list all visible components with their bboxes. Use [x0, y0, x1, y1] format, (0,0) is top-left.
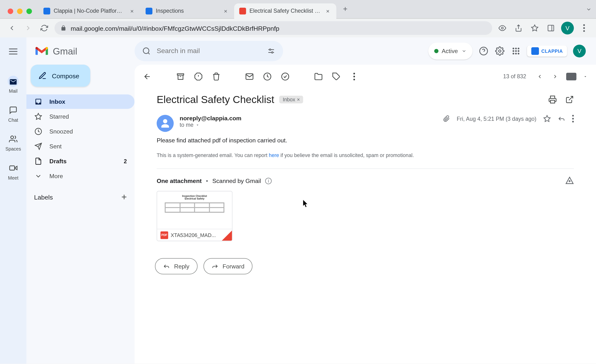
- mark-unread-button[interactable]: [245, 72, 253, 80]
- bookmark-star-icon[interactable]: [529, 22, 541, 34]
- browser-tab-active[interactable]: Electrical Safety Checklist - ve ×: [234, 3, 336, 18]
- sender-avatar[interactable]: [157, 115, 174, 132]
- email-subject: Electrical Safety Checklist: [157, 94, 274, 106]
- svg-point-28: [517, 50, 519, 52]
- eye-icon[interactable]: [496, 22, 508, 34]
- nav-drafts[interactable]: Drafts 2: [26, 154, 134, 168]
- back-button[interactable]: [6, 22, 18, 34]
- avatar-letter: V: [566, 25, 570, 31]
- address-bar[interactable]: mail.google.com/mail/u/0/#inbox/FMfcgzGt…: [55, 21, 492, 35]
- close-tab-icon[interactable]: ×: [324, 7, 331, 14]
- main-menu-icon[interactable]: [9, 49, 17, 55]
- new-tab-button[interactable]: +: [339, 3, 352, 16]
- svg-rect-2: [548, 25, 554, 31]
- svg-point-19: [271, 52, 273, 53]
- add-label-button[interactable]: +: [121, 191, 127, 202]
- svg-point-23: [512, 48, 514, 49]
- rail-meet[interactable]: Meet: [8, 163, 19, 180]
- dropdown-arrow-icon[interactable]: [583, 74, 588, 79]
- support-icon[interactable]: [478, 46, 489, 56]
- rail-spaces[interactable]: Spaces: [5, 133, 21, 151]
- tab-title: Inspections: [156, 8, 219, 14]
- status-label: Active: [442, 48, 458, 54]
- next-message-button[interactable]: [551, 72, 559, 80]
- archive-button[interactable]: [176, 72, 185, 80]
- profile-avatar[interactable]: V: [561, 22, 574, 34]
- report-link[interactable]: here: [269, 152, 279, 158]
- add-to-tasks-button[interactable]: [281, 72, 289, 80]
- forward-button[interactable]: [22, 22, 34, 34]
- delete-button[interactable]: [212, 72, 220, 80]
- inbox-icon: [34, 98, 43, 105]
- clock-icon: [34, 127, 43, 135]
- browser-menu-icon[interactable]: [578, 22, 590, 34]
- more-actions-button[interactable]: [350, 72, 358, 80]
- snooze-button[interactable]: [263, 72, 272, 80]
- star-message-button[interactable]: [543, 115, 551, 123]
- top-bar: Active CLAPPIA V: [134, 37, 596, 65]
- reply-button-icon[interactable]: [558, 115, 566, 123]
- status-dropdown[interactable]: Active: [428, 43, 472, 59]
- message-more-button[interactable]: [572, 115, 574, 123]
- input-tool-icon[interactable]: [566, 73, 577, 80]
- side-panel-icon[interactable]: [545, 22, 557, 34]
- pencil-icon: [38, 72, 47, 80]
- nav-snoozed[interactable]: Snoozed: [26, 124, 134, 138]
- inbox-label-chip[interactable]: Inbox ×: [279, 96, 303, 103]
- disclaimer-prefix: This is a system-generated email. You ca…: [157, 152, 269, 158]
- search-input[interactable]: [157, 47, 261, 55]
- nav-sent[interactable]: Sent: [26, 139, 134, 153]
- add-all-to-drive-button[interactable]: [565, 176, 574, 185]
- workspace-brand-chip[interactable]: CLAPPIA: [527, 46, 567, 57]
- reload-button[interactable]: [38, 22, 50, 34]
- svg-point-27: [515, 50, 517, 52]
- tab-overflow-icon[interactable]: [586, 6, 592, 12]
- show-details-icon[interactable]: [195, 123, 200, 127]
- chat-icon: [8, 105, 19, 116]
- rail-chat[interactable]: Chat: [8, 105, 19, 123]
- attachment-thumbnail[interactable]: Inspection Checklist Electrical Safety P…: [157, 191, 232, 241]
- remove-label-icon[interactable]: ×: [297, 96, 300, 102]
- minimize-window-icon[interactable]: [17, 8, 22, 14]
- settings-icon[interactable]: [495, 46, 505, 56]
- nav-label: Sent: [49, 143, 61, 150]
- close-window-icon[interactable]: [8, 8, 13, 14]
- labels-button[interactable]: [332, 72, 341, 80]
- account-avatar[interactable]: V: [573, 45, 586, 57]
- rail-mail[interactable]: Mail: [8, 76, 19, 93]
- browser-tab[interactable]: Inspections ×: [141, 3, 234, 18]
- gmail-favicon-icon: [239, 7, 246, 14]
- forward-button[interactable]: Forward: [203, 258, 252, 274]
- print-button[interactable]: [548, 95, 557, 104]
- reply-button[interactable]: Reply: [155, 258, 198, 274]
- close-tab-icon[interactable]: ×: [222, 7, 229, 14]
- open-new-window-button[interactable]: [565, 95, 574, 104]
- svg-point-39: [282, 73, 289, 80]
- nav-more[interactable]: More: [26, 169, 134, 183]
- labels-heading: Labels: [34, 193, 53, 200]
- nav-label: Inbox: [49, 98, 65, 105]
- status-dot-icon: [434, 49, 438, 53]
- email-disclaimer: This is a system-generated email. You ca…: [157, 152, 574, 158]
- apps-grid-icon[interactable]: [511, 46, 521, 56]
- info-icon[interactable]: i: [265, 178, 272, 184]
- search-box[interactable]: [134, 41, 283, 61]
- nav-starred[interactable]: Starred: [26, 109, 134, 124]
- compose-button[interactable]: Compose: [31, 65, 90, 87]
- browser-tab[interactable]: Clappia | No-Code Platform fo ×: [38, 3, 140, 18]
- move-to-button[interactable]: [314, 72, 322, 80]
- mail-icon: [8, 76, 19, 87]
- svg-point-25: [517, 48, 519, 49]
- mac-window-controls[interactable]: [8, 8, 32, 14]
- prev-message-button[interactable]: [536, 72, 544, 80]
- recipient-line[interactable]: to me: [180, 122, 437, 128]
- share-icon[interactable]: [513, 22, 525, 34]
- nav-inbox[interactable]: Inbox: [26, 94, 134, 109]
- search-options-icon[interactable]: [267, 47, 275, 55]
- forward-icon: [211, 263, 218, 270]
- report-spam-button[interactable]: [194, 72, 203, 80]
- to-text: to me: [180, 122, 194, 128]
- close-tab-icon[interactable]: ×: [129, 7, 135, 14]
- maximize-window-icon[interactable]: [26, 8, 32, 14]
- back-to-inbox-button[interactable]: [143, 72, 151, 80]
